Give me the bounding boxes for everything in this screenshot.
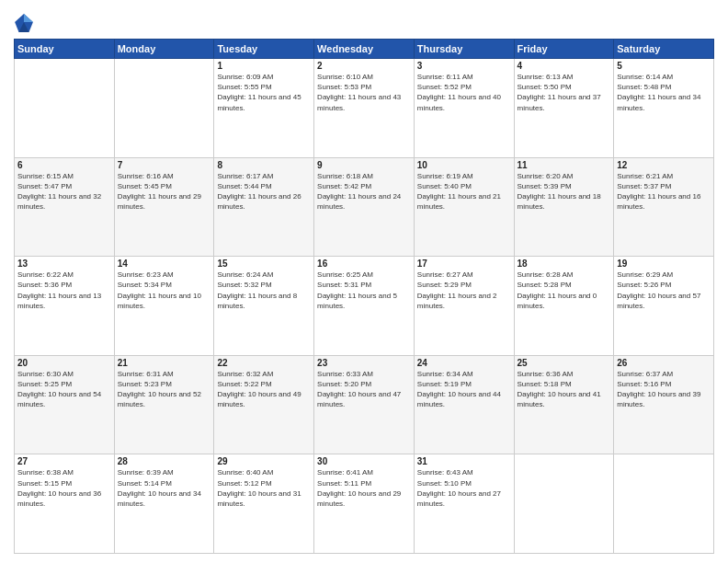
day-number: 14	[118, 259, 211, 269]
calendar-cell: 25Sunrise: 6:36 AMSunset: 5:18 PMDayligh…	[514, 355, 614, 454]
weekday-header-thursday: Thursday	[414, 40, 514, 59]
day-info: Sunrise: 6:15 AMSunset: 5:47 PMDaylight:…	[17, 171, 111, 213]
day-number: 1	[217, 61, 311, 71]
day-number: 5	[617, 61, 711, 71]
day-number: 29	[217, 456, 311, 466]
calendar-cell: 21Sunrise: 6:31 AMSunset: 5:23 PMDayligh…	[114, 355, 214, 454]
day-info: Sunrise: 6:28 AMSunset: 5:28 PMDaylight:…	[518, 270, 611, 311]
day-info: Sunrise: 6:14 AMSunset: 5:48 PMDaylight:…	[617, 72, 711, 113]
day-info: Sunrise: 6:10 AMSunset: 5:53 PMDaylight:…	[317, 72, 411, 113]
calendar-cell: 18Sunrise: 6:28 AMSunset: 5:28 PMDayligh…	[514, 257, 614, 356]
weekday-header-monday: Monday	[114, 40, 214, 59]
day-number: 17	[417, 259, 511, 269]
day-info: Sunrise: 6:37 AMSunset: 5:16 PMDaylight:…	[617, 369, 711, 410]
day-info: Sunrise: 6:19 AMSunset: 5:40 PMDaylight:…	[417, 171, 511, 213]
day-info: Sunrise: 6:22 AMSunset: 5:36 PMDaylight:…	[17, 270, 111, 311]
calendar-table: SundayMondayTuesdayWednesdayThursdayFrid…	[14, 39, 714, 554]
day-info: Sunrise: 6:33 AMSunset: 5:20 PMDaylight:…	[317, 369, 411, 410]
day-number: 21	[118, 358, 211, 368]
calendar-cell: 22Sunrise: 6:32 AMSunset: 5:22 PMDayligh…	[214, 355, 314, 454]
day-number: 20	[17, 358, 111, 368]
day-number: 31	[417, 456, 511, 466]
day-info: Sunrise: 6:20 AMSunset: 5:39 PMDaylight:…	[518, 171, 611, 213]
day-info: Sunrise: 6:43 AMSunset: 5:10 PMDaylight:…	[417, 467, 511, 509]
calendar-cell: 2Sunrise: 6:10 AMSunset: 5:53 PMDaylight…	[314, 59, 415, 158]
calendar-cell: 19Sunrise: 6:29 AMSunset: 5:26 PMDayligh…	[614, 257, 714, 356]
day-info: Sunrise: 6:25 AMSunset: 5:31 PMDaylight:…	[317, 270, 411, 311]
calendar-cell: 12Sunrise: 6:21 AMSunset: 5:37 PMDayligh…	[614, 157, 714, 257]
day-number: 22	[217, 358, 311, 368]
logo	[14, 13, 37, 33]
calendar-week-4: 20Sunrise: 6:30 AMSunset: 5:25 PMDayligh…	[15, 355, 714, 454]
calendar-cell: 7Sunrise: 6:16 AMSunset: 5:45 PMDaylight…	[114, 157, 214, 257]
calendar-week-2: 6Sunrise: 6:15 AMSunset: 5:47 PMDaylight…	[15, 157, 714, 257]
calendar-cell: 14Sunrise: 6:23 AMSunset: 5:34 PMDayligh…	[114, 257, 214, 356]
calendar-cell: 16Sunrise: 6:25 AMSunset: 5:31 PMDayligh…	[314, 257, 415, 356]
header	[14, 9, 714, 33]
day-info: Sunrise: 6:30 AMSunset: 5:25 PMDaylight:…	[17, 369, 111, 410]
weekday-header-saturday: Saturday	[614, 40, 714, 59]
day-number: 12	[617, 160, 711, 170]
day-info: Sunrise: 6:29 AMSunset: 5:26 PMDaylight:…	[617, 270, 711, 311]
weekday-header-friday: Friday	[514, 40, 614, 59]
calendar-cell: 28Sunrise: 6:39 AMSunset: 5:14 PMDayligh…	[114, 454, 214, 554]
day-info: Sunrise: 6:34 AMSunset: 5:19 PMDaylight:…	[417, 369, 511, 410]
calendar-cell: 30Sunrise: 6:41 AMSunset: 5:11 PMDayligh…	[314, 454, 415, 554]
day-number: 27	[17, 456, 111, 466]
day-info: Sunrise: 6:24 AMSunset: 5:32 PMDaylight:…	[217, 270, 311, 311]
logo-icon	[14, 13, 34, 33]
day-number: 3	[417, 61, 511, 71]
calendar-cell: 20Sunrise: 6:30 AMSunset: 5:25 PMDayligh…	[15, 355, 115, 454]
day-number: 24	[417, 358, 511, 368]
calendar-cell	[614, 454, 714, 554]
svg-marker-1	[24, 14, 33, 22]
weekday-header-tuesday: Tuesday	[214, 40, 314, 59]
day-number: 25	[518, 358, 611, 368]
day-number: 8	[217, 160, 311, 170]
day-number: 15	[217, 259, 311, 269]
day-info: Sunrise: 6:23 AMSunset: 5:34 PMDaylight:…	[118, 270, 211, 311]
calendar-cell: 26Sunrise: 6:37 AMSunset: 5:16 PMDayligh…	[614, 355, 714, 454]
day-number: 4	[518, 61, 611, 71]
calendar-cell: 5Sunrise: 6:14 AMSunset: 5:48 PMDaylight…	[614, 59, 714, 158]
day-number: 30	[317, 456, 411, 466]
weekday-header-wednesday: Wednesday	[314, 40, 415, 59]
calendar-cell: 15Sunrise: 6:24 AMSunset: 5:32 PMDayligh…	[214, 257, 314, 356]
day-number: 7	[118, 160, 211, 170]
calendar-cell	[15, 59, 115, 158]
calendar-cell: 3Sunrise: 6:11 AMSunset: 5:52 PMDaylight…	[414, 59, 514, 158]
day-info: Sunrise: 6:32 AMSunset: 5:22 PMDaylight:…	[217, 369, 311, 410]
day-info: Sunrise: 6:38 AMSunset: 5:15 PMDaylight:…	[17, 467, 111, 509]
day-number: 6	[17, 160, 111, 170]
day-number: 26	[617, 358, 711, 368]
day-number: 16	[317, 259, 411, 269]
calendar-cell: 4Sunrise: 6:13 AMSunset: 5:50 PMDaylight…	[514, 59, 614, 158]
day-info: Sunrise: 6:40 AMSunset: 5:12 PMDaylight:…	[217, 467, 311, 509]
calendar-cell: 29Sunrise: 6:40 AMSunset: 5:12 PMDayligh…	[214, 454, 314, 554]
day-number: 13	[17, 259, 111, 269]
calendar-cell: 11Sunrise: 6:20 AMSunset: 5:39 PMDayligh…	[514, 157, 614, 257]
day-info: Sunrise: 6:31 AMSunset: 5:23 PMDaylight:…	[118, 369, 211, 410]
calendar-cell: 31Sunrise: 6:43 AMSunset: 5:10 PMDayligh…	[414, 454, 514, 554]
page: SundayMondayTuesdayWednesdayThursdayFrid…	[0, 0, 728, 563]
calendar-body: 1Sunrise: 6:09 AMSunset: 5:55 PMDaylight…	[15, 59, 714, 554]
day-info: Sunrise: 6:16 AMSunset: 5:45 PMDaylight:…	[118, 171, 211, 213]
weekday-header-sunday: Sunday	[15, 40, 115, 59]
calendar-cell: 9Sunrise: 6:18 AMSunset: 5:42 PMDaylight…	[314, 157, 415, 257]
day-number: 23	[317, 358, 411, 368]
day-info: Sunrise: 6:11 AMSunset: 5:52 PMDaylight:…	[417, 72, 511, 113]
day-info: Sunrise: 6:09 AMSunset: 5:55 PMDaylight:…	[217, 72, 311, 113]
day-number: 28	[118, 456, 211, 466]
day-number: 18	[518, 259, 611, 269]
calendar-cell	[514, 454, 614, 554]
day-info: Sunrise: 6:18 AMSunset: 5:42 PMDaylight:…	[317, 171, 411, 213]
day-number: 9	[317, 160, 411, 170]
calendar-cell: 23Sunrise: 6:33 AMSunset: 5:20 PMDayligh…	[314, 355, 415, 454]
calendar-week-1: 1Sunrise: 6:09 AMSunset: 5:55 PMDaylight…	[15, 59, 714, 158]
day-info: Sunrise: 6:39 AMSunset: 5:14 PMDaylight:…	[118, 467, 211, 509]
day-info: Sunrise: 6:17 AMSunset: 5:44 PMDaylight:…	[217, 171, 311, 213]
calendar-header: SundayMondayTuesdayWednesdayThursdayFrid…	[15, 40, 714, 59]
calendar-cell: 1Sunrise: 6:09 AMSunset: 5:55 PMDaylight…	[214, 59, 314, 158]
weekday-header-row: SundayMondayTuesdayWednesdayThursdayFrid…	[15, 40, 714, 59]
day-info: Sunrise: 6:13 AMSunset: 5:50 PMDaylight:…	[518, 72, 611, 113]
